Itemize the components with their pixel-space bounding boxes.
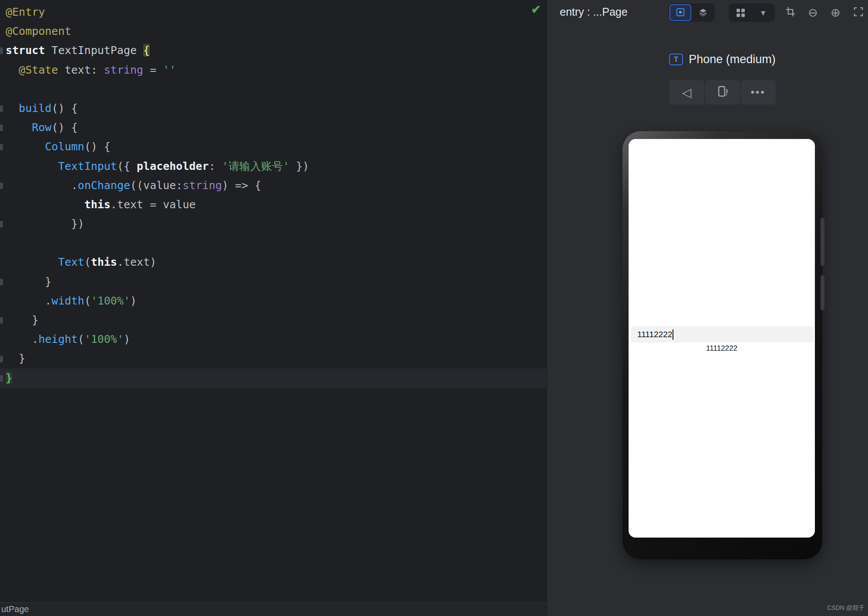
fold-marker[interactable] (0, 317, 3, 324)
device-power-button (821, 275, 824, 310)
preview-echo-text: 11112222 (629, 344, 815, 353)
component-row: T Phone (medium) (622, 53, 822, 66)
triangle-left-icon: ◁ (682, 85, 692, 100)
code-line[interactable]: }) (0, 214, 547, 234)
code-line[interactable]: } (0, 272, 547, 291)
inspection-ok-icon: ✔ (531, 3, 541, 17)
code-line[interactable] (0, 80, 547, 99)
textinput-component-icon: T (669, 54, 683, 65)
fold-marker[interactable] (0, 105, 3, 112)
device-volume-button (821, 218, 824, 266)
previewer-title: entry : ...Page (560, 6, 628, 18)
zoom-in-button[interactable]: ⊕ (827, 4, 844, 21)
fold-marker[interactable] (0, 375, 3, 382)
breadcrumb[interactable]: utPage (1, 604, 29, 614)
device-screen: 11112222 11112222 (629, 139, 815, 538)
code-line[interactable]: this.text = value (0, 195, 547, 214)
rotate-device-button[interactable] (705, 80, 740, 105)
code-line[interactable]: @State text: string = '' (0, 61, 547, 80)
device-frame: 11112222 11112222 (622, 131, 822, 559)
zoom-in-icon: ⊕ (831, 7, 841, 19)
code-line[interactable]: .width('100%') (0, 291, 547, 311)
code-line[interactable]: @Component (0, 22, 547, 41)
more-options-button[interactable]: ••• (741, 80, 776, 105)
code-line[interactable]: .height('100%') (0, 330, 547, 349)
fold-marker[interactable] (0, 356, 3, 362)
code-line[interactable]: } (0, 349, 547, 368)
rotate-left-button[interactable]: ◁ (670, 80, 704, 105)
code-line[interactable]: TextInput({ placeholder: '请输入账号' }) (0, 157, 547, 176)
code-line[interactable]: struct TextInputPage { (0, 41, 547, 60)
fold-marker[interactable] (0, 125, 3, 131)
fold-marker[interactable] (0, 279, 3, 285)
textinput-value: 11112222 (637, 330, 672, 339)
device-profile-label: Phone (medium) (689, 53, 776, 66)
fit-to-window-button[interactable] (849, 4, 867, 21)
device-column: T Phone (medium) ◁ ••• 11112222 (622, 0, 822, 616)
rotate-phone-icon (716, 85, 729, 101)
code-editor[interactable]: @Entry@Componentstruct TextInputPage { @… (0, 0, 547, 616)
code-lines[interactable]: @Entry@Componentstruct TextInputPage { @… (0, 3, 547, 388)
fold-marker[interactable] (0, 144, 3, 150)
code-line[interactable]: Row() { (0, 118, 547, 137)
previewer-actions: ◁ ••• (670, 80, 776, 105)
code-line[interactable] (0, 234, 547, 253)
code-line[interactable]: } (0, 311, 547, 330)
fit-to-window-icon (853, 6, 864, 20)
code-line[interactable]: @Entry (0, 3, 547, 22)
code-line[interactable]: Text(this.text) (0, 253, 547, 272)
ellipsis-icon: ••• (750, 86, 765, 98)
code-line[interactable]: .onChange((value:string) => { (0, 176, 547, 195)
code-line[interactable]: Column() { (0, 137, 547, 156)
watermark: CSDN @郑子 (827, 604, 865, 612)
text-cursor-icon (673, 329, 673, 340)
code-line[interactable]: } (0, 369, 547, 388)
fold-marker[interactable] (0, 47, 3, 54)
fold-marker[interactable] (0, 221, 3, 227)
fold-marker[interactable] (0, 183, 3, 189)
code-line[interactable]: build() { (0, 99, 547, 118)
breadcrumb-bar: utPage (0, 602, 547, 616)
previewer-panel: entry : ...Page ▾ ⊖ ⊕ (547, 0, 868, 616)
preview-textinput[interactable]: 11112222 (631, 326, 814, 342)
